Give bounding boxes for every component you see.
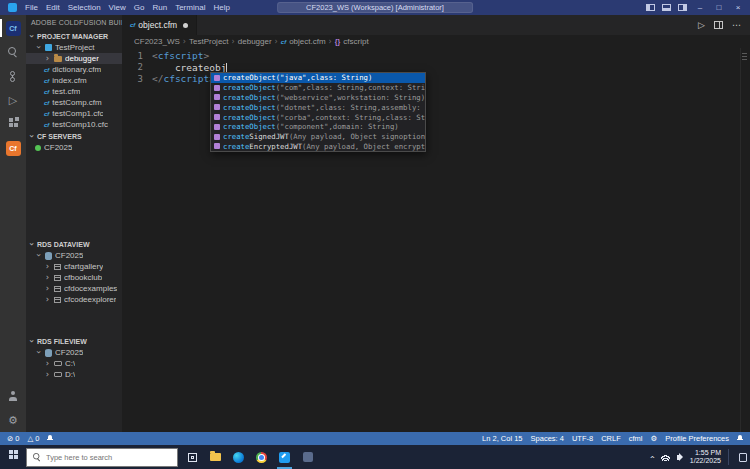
tree-item-cfbookclub[interactable]: › cfbookclub xyxy=(26,272,122,283)
problems-errors[interactable]: ⊘ 0 xyxy=(7,434,19,443)
suggest-item-createobject-webservice[interactable]: createObject("webservice",workstation: S… xyxy=(211,93,425,103)
modified-dot-icon[interactable] xyxy=(183,23,188,28)
split-editor-icon[interactable] xyxy=(714,21,723,29)
menu-edit[interactable]: Edit xyxy=(42,3,64,12)
statusbar-left: ⊘ 0 △ 0 xyxy=(7,434,53,443)
tree-item-cfcodeexplorer[interactable]: › cfcodeexplorer xyxy=(26,294,122,305)
suggest-item-createobject-corba[interactable]: createObject("corba",context: String,cla… xyxy=(211,112,425,122)
problems-warnings[interactable]: △ 0 xyxy=(27,434,39,443)
menu-selection[interactable]: Selection xyxy=(64,3,105,12)
chrome-button[interactable] xyxy=(250,445,273,469)
taskbar-search[interactable] xyxy=(26,448,178,467)
activitybar-coldfusion-builder[interactable]: Cf xyxy=(0,16,26,40)
tree-item-dictionary-cfm[interactable]: cf dictionary.cfm xyxy=(26,64,122,75)
suggest-item-createsignedjwt[interactable]: createSignedJWT(Any payload, Object sign… xyxy=(211,132,425,142)
activitybar-settings[interactable]: ⚙ xyxy=(0,408,26,432)
tree-item-test-cfm[interactable]: cf test.cfm xyxy=(26,86,122,97)
activitybar-source-control[interactable] xyxy=(0,64,26,88)
menu-run[interactable]: Run xyxy=(148,3,171,12)
menu-help[interactable]: Help xyxy=(209,3,233,12)
section-header-rds-dataview[interactable]: › RDS DATAVIEW xyxy=(26,238,122,250)
suggest-item-createobject-com[interactable]: createObject("com",class: String,context… xyxy=(211,83,425,93)
eol-sequence[interactable]: CRLF xyxy=(601,434,621,443)
tree-item-rdsfile-cf2025[interactable]: › CF2025 xyxy=(26,347,122,358)
action-center-icon[interactable] xyxy=(739,453,747,462)
menu-terminal[interactable]: Terminal xyxy=(171,3,209,12)
network-icon[interactable] xyxy=(661,454,670,461)
tree-item-cfartgallery[interactable]: › cfartgallery xyxy=(26,261,122,272)
app-button[interactable] xyxy=(296,445,319,469)
tree-item-testcomp10-cfc[interactable]: cf testComp10.cfc xyxy=(26,119,122,130)
tree-item-drive-d[interactable]: › D:\ xyxy=(26,369,122,380)
show-hidden-icons-chevron[interactable]: › xyxy=(647,455,657,458)
run-file-icon[interactable]: ▷ xyxy=(698,21,705,30)
notifications-bell-icon[interactable] xyxy=(737,435,743,442)
generic-app-icon xyxy=(303,452,313,462)
bell-icon[interactable] xyxy=(47,435,53,442)
section-header-project-manager[interactable]: › PROJECT MANAGER xyxy=(26,30,122,42)
cf-file-icon: cf xyxy=(130,22,135,28)
tree-item-testcomp1-cfc[interactable]: cf testComp1.cfc xyxy=(26,108,122,119)
toggle-secondary-sidebar-icon[interactable] xyxy=(678,4,687,11)
breadcrumb-item-workspace[interactable]: CF2023_WS xyxy=(134,37,180,46)
taskbar-search-input[interactable] xyxy=(46,453,172,462)
edge-button[interactable] xyxy=(227,445,250,469)
minimize-button[interactable]: – xyxy=(694,3,706,12)
tree-item-testcomp-cfm[interactable]: cf testComp.cfm xyxy=(26,97,122,108)
tree-item-testproject[interactable]: › TestProject xyxy=(26,42,122,53)
tree-item-rds-cf2025[interactable]: › CF2025 xyxy=(26,250,122,261)
section-header-rds-fileview[interactable]: › RDS FILEVIEW xyxy=(26,335,122,347)
maximize-button[interactable]: □ xyxy=(713,3,725,12)
language-mode[interactable]: cfml xyxy=(629,434,643,443)
activitybar-account[interactable] xyxy=(0,384,26,408)
breadcrumb-separator-icon: › xyxy=(275,37,278,46)
breadcrumb-item-file[interactable]: object.cfm xyxy=(289,37,325,46)
taskbar-icons xyxy=(181,445,319,469)
indentation[interactable]: Spaces: 4 xyxy=(531,434,564,443)
breadcrumb-item-project[interactable]: TestProject xyxy=(189,37,229,46)
menu-go[interactable]: Go xyxy=(130,3,149,12)
suggest-item-createencryptedjwt[interactable]: createEncryptedJWT(Any payload, Object e… xyxy=(211,142,425,152)
suggest-item-createobject-dotnet[interactable]: createObject("dotnet",class: String,asse… xyxy=(211,102,425,112)
tree-item-cfdocexamples[interactable]: › cfdocexamples xyxy=(26,283,122,294)
close-button[interactable]: × xyxy=(732,3,744,12)
encoding[interactable]: UTF-8 xyxy=(572,434,593,443)
file-explorer-button[interactable] xyxy=(204,445,227,469)
tree-item-index-cfm[interactable]: cf index.cfm xyxy=(26,75,122,86)
more-actions-icon[interactable]: ⋯ xyxy=(732,21,741,30)
tree-item-drive-c[interactable]: › C:\ xyxy=(26,358,122,369)
breadcrumb: CF2023_WS › TestProject › debugger › cf … xyxy=(122,35,750,48)
breadcrumb-item-folder[interactable]: debugger xyxy=(238,37,272,46)
toggle-panel-icon[interactable] xyxy=(662,4,671,11)
activitybar-coldfusion-server[interactable]: Cf xyxy=(0,136,26,160)
toggle-sidebar-icon[interactable] xyxy=(646,4,655,11)
menu-file[interactable]: File xyxy=(21,3,42,12)
activitybar-run-debug[interactable]: ▷ xyxy=(0,88,26,112)
suggest-item-createobject-component[interactable]: createObject("component",domain: String) xyxy=(211,122,425,132)
command-center[interactable]: CF2023_WS (Workspace) [Administrator] xyxy=(277,2,473,13)
vscode-button[interactable] xyxy=(273,445,296,469)
activitybar-extensions[interactable] xyxy=(0,112,26,136)
task-view-button[interactable] xyxy=(181,445,204,469)
file-explorer-icon xyxy=(210,453,221,461)
section-header-cf-servers[interactable]: › CF SERVERS xyxy=(26,130,122,142)
taskbar-clock[interactable]: 1:55 PM 1/22/2025 xyxy=(690,449,721,466)
volume-icon[interactable] xyxy=(677,455,680,460)
menu-view[interactable]: View xyxy=(105,3,130,12)
cursor-position[interactable]: Ln 2, Col 15 xyxy=(482,434,522,443)
account-icon xyxy=(8,391,18,401)
tab-object-cfm[interactable]: cf object.cfm xyxy=(122,15,197,35)
start-button[interactable] xyxy=(0,445,26,469)
activitybar-search[interactable] xyxy=(0,40,26,64)
wrench-icon[interactable]: ⚙ xyxy=(650,435,657,443)
minimap[interactable] xyxy=(740,48,750,432)
suggest-item-createobject-java[interactable]: createObject("java",class: String) xyxy=(211,73,425,83)
line-number: 3 xyxy=(122,74,152,84)
code-editor[interactable]: 1 <cfscript> 2 createobj 3 </cfscript> c… xyxy=(122,48,750,432)
profile-preferences[interactable]: Profile Preferences xyxy=(665,434,729,443)
tree-item-label: testComp1.cfc xyxy=(52,109,103,118)
server-item-cf2025[interactable]: CF2025 xyxy=(26,142,122,153)
breadcrumb-item-symbol[interactable]: cfscript xyxy=(343,37,368,46)
tree-item-debugger[interactable]: › debugger xyxy=(26,53,122,64)
chevron-right-icon: › xyxy=(44,359,51,368)
